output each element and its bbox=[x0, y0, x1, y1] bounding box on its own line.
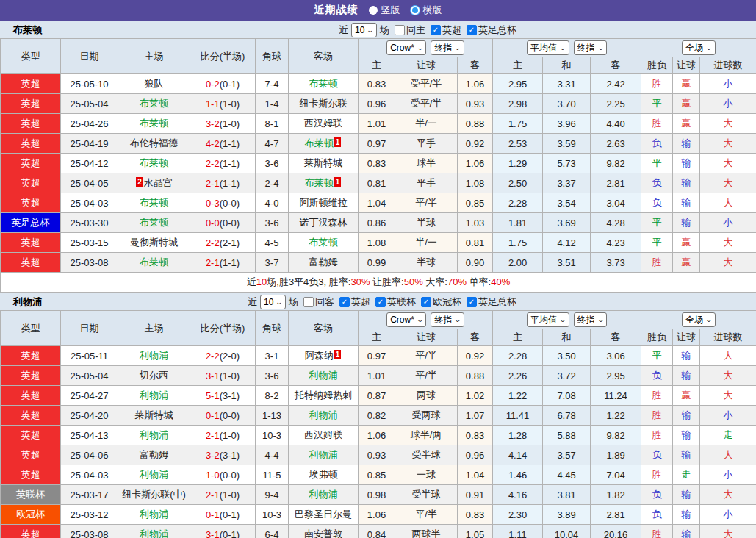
home-team-name[interactable]: 布莱顿 bbox=[140, 118, 168, 129]
away-team-name[interactable]: 巴黎圣日尔曼 bbox=[295, 509, 352, 520]
away-team[interactable]: 莱斯特城 bbox=[289, 154, 359, 173]
final-odds-select[interactable]: 终指⌄ bbox=[431, 40, 464, 55]
away-team[interactable]: 托特纳姆热刺 bbox=[289, 386, 359, 406]
league-filter-checkbox[interactable]: ✓ bbox=[375, 297, 386, 307]
bookmaker-select[interactable]: Crow*⌄ bbox=[386, 40, 426, 55]
away-team-name[interactable]: 莱斯特城 bbox=[304, 157, 342, 168]
home-team[interactable]: 曼彻斯特城 bbox=[118, 233, 190, 253]
away-team[interactable]: 埃弗顿 bbox=[289, 465, 359, 485]
away-team-name[interactable]: 利物浦 bbox=[309, 370, 338, 381]
home-team-name[interactable]: 狼队 bbox=[145, 78, 164, 89]
away-team-name[interactable]: 富勒姆 bbox=[309, 257, 338, 268]
home-team-name[interactable]: 布伦特福德 bbox=[130, 137, 178, 148]
away-team[interactable]: 阿森纳1 bbox=[289, 346, 359, 366]
home-team[interactable]: 利物浦 bbox=[118, 426, 190, 445]
league-filter-checkbox[interactable]: ✓ bbox=[421, 297, 431, 307]
away-team[interactable]: 利物浦 bbox=[289, 366, 359, 386]
away-team-name[interactable]: 布莱顿 bbox=[305, 177, 334, 188]
away-team[interactable]: 利物浦 bbox=[289, 445, 359, 465]
league-filter-checkbox[interactable]: ✓ bbox=[431, 25, 441, 35]
away-team[interactable]: 巴黎圣日尔曼 bbox=[289, 505, 359, 525]
home-team-name[interactable]: 利物浦 bbox=[140, 429, 168, 440]
league-filter-checkbox[interactable]: ✓ bbox=[467, 25, 477, 35]
final-odds-select[interactable]: 终指⌄ bbox=[574, 40, 608, 55]
away-team[interactable]: 利物浦 bbox=[289, 406, 359, 426]
away-team-name[interactable]: 布莱顿 bbox=[309, 78, 338, 89]
away-team-name[interactable]: 布莱顿 bbox=[309, 237, 338, 248]
same-venue-checkbox[interactable] bbox=[395, 25, 405, 35]
home-team[interactable]: 布莱顿 bbox=[118, 253, 190, 273]
home-team[interactable]: 布莱顿 bbox=[118, 213, 190, 233]
away-team[interactable]: 诺丁汉森林 bbox=[289, 213, 359, 233]
away-team[interactable]: 布莱顿 bbox=[289, 233, 359, 253]
away-team[interactable]: 布莱顿1 bbox=[289, 173, 359, 193]
away-team-name[interactable]: 利物浦 bbox=[309, 449, 338, 460]
home-team-name[interactable]: 曼彻斯特城 bbox=[130, 237, 178, 248]
radio-icon[interactable] bbox=[369, 6, 378, 15]
home-team[interactable]: 利物浦 bbox=[118, 525, 190, 538]
home-team[interactable]: 2水晶宫 bbox=[118, 173, 190, 193]
home-team-name[interactable]: 莱斯特城 bbox=[135, 409, 173, 420]
away-team-name[interactable]: 南安普敦 bbox=[304, 528, 342, 538]
away-team[interactable]: 西汉姆联 bbox=[289, 426, 359, 445]
away-team-name[interactable]: 托特纳姆热刺 bbox=[295, 390, 352, 401]
home-team[interactable]: 利物浦 bbox=[118, 505, 190, 525]
away-team-name[interactable]: 阿斯顿维拉 bbox=[300, 197, 348, 208]
bookmaker-select[interactable]: Crow*⌄ bbox=[386, 312, 426, 327]
home-team-name[interactable]: 利物浦 bbox=[140, 469, 168, 480]
away-team-name[interactable]: 诺丁汉森林 bbox=[300, 217, 348, 228]
away-team-name[interactable]: 利物浦 bbox=[309, 489, 338, 500]
fulltime-select[interactable]: 全场⌄ bbox=[682, 40, 716, 55]
final-odds-select[interactable]: 终指⌄ bbox=[574, 312, 608, 327]
away-team-name[interactable]: 纽卡斯尔联 bbox=[300, 98, 348, 109]
home-team-name[interactable]: 布莱顿 bbox=[140, 197, 168, 208]
away-team[interactable]: 利物浦 bbox=[289, 485, 359, 505]
home-team[interactable]: 布伦特福德 bbox=[118, 134, 190, 154]
home-team-name[interactable]: 切尔西 bbox=[140, 370, 168, 381]
home-team[interactable]: 利物浦 bbox=[118, 465, 190, 485]
away-team[interactable]: 布莱顿1 bbox=[289, 134, 359, 154]
home-team[interactable]: 莱斯特城 bbox=[118, 406, 190, 426]
away-team-name[interactable]: 利物浦 bbox=[309, 409, 338, 420]
league-filter-checkbox[interactable]: ✓ bbox=[339, 297, 350, 307]
match-count-select[interactable]: 10⌄ bbox=[351, 23, 377, 37]
same-venue-checkbox[interactable] bbox=[303, 297, 314, 307]
radio-icon[interactable] bbox=[411, 6, 420, 15]
home-team[interactable]: 布莱顿 bbox=[118, 193, 190, 213]
fulltime-select[interactable]: 全场⌄ bbox=[682, 312, 716, 327]
home-team[interactable]: 狼队 bbox=[118, 74, 190, 94]
home-team[interactable]: 布莱顿 bbox=[118, 94, 190, 114]
home-team-name[interactable]: 布莱顿 bbox=[140, 157, 168, 168]
away-team[interactable]: 阿斯顿维拉 bbox=[289, 193, 359, 213]
home-team-name[interactable]: 布莱顿 bbox=[140, 257, 168, 268]
league-filter-checkbox[interactable]: ✓ bbox=[467, 297, 477, 307]
match-count-select[interactable]: 10⌄ bbox=[260, 295, 286, 309]
away-team[interactable]: 西汉姆联 bbox=[289, 114, 359, 134]
home-team-name[interactable]: 布莱顿 bbox=[140, 98, 168, 109]
final-odds-select[interactable]: 终指⌄ bbox=[431, 312, 464, 327]
home-team-name[interactable]: 利物浦 bbox=[140, 528, 168, 538]
home-team[interactable]: 富勒姆 bbox=[118, 445, 190, 465]
home-team-name[interactable]: 利物浦 bbox=[140, 350, 168, 361]
away-team-name[interactable]: 西汉姆联 bbox=[304, 429, 342, 440]
away-team-name[interactable]: 布莱顿 bbox=[305, 137, 334, 148]
home-team-name[interactable]: 利物浦 bbox=[140, 509, 168, 520]
home-team-name[interactable]: 富勒姆 bbox=[140, 449, 168, 460]
away-team[interactable]: 纽卡斯尔联 bbox=[289, 94, 359, 114]
home-team-name[interactable]: 布莱顿 bbox=[140, 217, 168, 228]
away-team[interactable]: 富勒姆 bbox=[289, 253, 359, 273]
home-team[interactable]: 切尔西 bbox=[118, 366, 190, 386]
average-odds-select[interactable]: 平均值⌄ bbox=[527, 312, 569, 327]
home-team[interactable]: 布莱顿 bbox=[118, 154, 190, 173]
home-team[interactable]: 利物浦 bbox=[118, 346, 190, 366]
home-team[interactable]: 纽卡斯尔联(中) bbox=[118, 485, 190, 505]
away-team-name[interactable]: 埃弗顿 bbox=[309, 469, 338, 480]
layout-radio-option[interactable]: 横版 bbox=[411, 4, 442, 17]
home-team-name[interactable]: 水晶宫 bbox=[144, 177, 173, 188]
away-team-name[interactable]: 西汉姆联 bbox=[304, 118, 342, 129]
away-team-name[interactable]: 阿森纳 bbox=[305, 350, 334, 361]
home-team-name[interactable]: 纽卡斯尔联(中) bbox=[122, 489, 186, 500]
home-team[interactable]: 利物浦 bbox=[118, 386, 190, 406]
away-team[interactable]: 布莱顿 bbox=[289, 74, 359, 94]
layout-radio-selected[interactable]: 竖版 bbox=[369, 4, 400, 17]
